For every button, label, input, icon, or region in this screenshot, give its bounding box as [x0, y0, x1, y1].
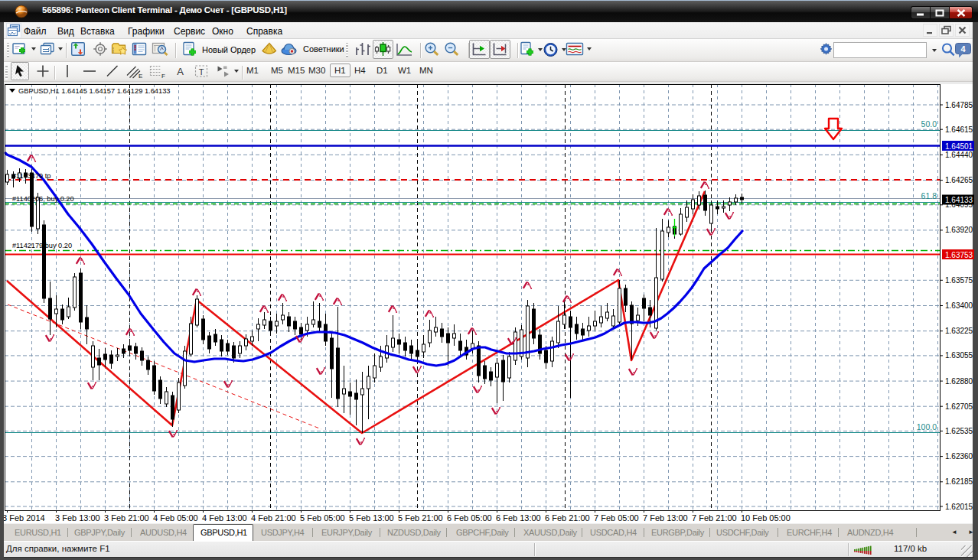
svg-text:6 Feb 21:00: 6 Feb 21:00 [545, 513, 590, 523]
svg-text:1.63575: 1.63575 [945, 276, 973, 285]
svg-text:1.64501: 1.64501 [945, 142, 973, 151]
svg-text:1.64133: 1.64133 [945, 196, 973, 204]
svg-text:1.63920: 1.63920 [945, 226, 973, 234]
svg-text:1.62705: 1.62705 [945, 402, 973, 411]
svg-text:1.62880: 1.62880 [945, 377, 973, 386]
svg-text:T: T [199, 67, 204, 77]
svg-text:1.63753: 1.63753 [945, 251, 973, 259]
svg-text:3 Feb 2014: 3 Feb 2014 [2, 513, 45, 523]
svg-text:4 Feb 13:00: 4 Feb 13:00 [202, 513, 247, 523]
svg-text:#1142179 buy 0.20: #1142179 buy 0.20 [12, 242, 72, 249]
svg-text:5 Feb 21:00: 5 Feb 21:00 [398, 513, 443, 523]
svg-text:1.62535: 1.62535 [945, 427, 973, 435]
svg-text:1.62185: 1.62185 [945, 477, 973, 486]
svg-text:#1103479 tp: #1103479 tp [12, 172, 51, 180]
svg-text:3 Feb 21:00: 3 Feb 21:00 [104, 513, 149, 523]
svg-text:1.64785: 1.64785 [945, 101, 973, 109]
svg-text:1.63400: 1.63400 [945, 301, 973, 310]
svg-text:1.63055: 1.63055 [945, 351, 973, 360]
svg-text:1.62015: 1.62015 [945, 503, 973, 511]
svg-text:3 Feb 13:00: 3 Feb 13:00 [55, 513, 100, 523]
svg-text:F: F [161, 73, 165, 80]
svg-text:4 Feb 21:00: 4 Feb 21:00 [251, 513, 296, 523]
svg-text:7 Feb 05:00: 7 Feb 05:00 [594, 513, 639, 523]
svg-text:5 Feb 05:00: 5 Feb 05:00 [300, 513, 345, 523]
svg-text:E: E [139, 73, 142, 80]
svg-text:50.0: 50.0 [921, 119, 937, 129]
svg-text:61.8: 61.8 [921, 191, 937, 200]
svg-text:7 Feb 13:00: 7 Feb 13:00 [643, 513, 688, 523]
svg-text:10 Feb 05:00: 10 Feb 05:00 [741, 513, 791, 523]
svg-text:#1140206, buy 0.20: #1140206, buy 0.20 [12, 195, 74, 203]
svg-text:4: 4 [960, 44, 966, 54]
svg-text:GBPUSD,H1 1.64145 1.64157 1.6: GBPUSD,H1 1.64145 1.64157 1.64129 1.6413… [18, 87, 171, 95]
svg-text:1.64265: 1.64265 [945, 176, 973, 184]
svg-text:A: A [177, 66, 184, 77]
svg-text:1.64440: 1.64440 [945, 151, 973, 159]
svg-text:1.63225: 1.63225 [945, 327, 973, 335]
svg-text:6 Feb 13:00: 6 Feb 13:00 [496, 513, 541, 523]
svg-text:7 Feb 21:00: 7 Feb 21:00 [692, 513, 737, 523]
svg-text:6 Feb 05:00: 6 Feb 05:00 [447, 513, 492, 523]
svg-text:100.0: 100.0 [917, 422, 937, 431]
svg-text:1.64615: 1.64615 [945, 125, 973, 134]
svg-text:5 Feb 13:00: 5 Feb 13:00 [349, 513, 394, 523]
svg-text:4 Feb 05:00: 4 Feb 05:00 [153, 513, 198, 523]
svg-text:1.62360: 1.62360 [945, 452, 973, 461]
